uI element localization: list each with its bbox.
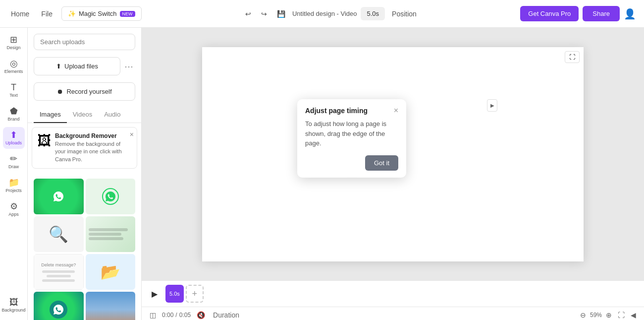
zoom-percent: 59% [590,312,602,319]
position-button[interactable]: Position [389,7,420,21]
more-options-button[interactable]: ⋯ [122,61,135,72]
bottom-status: ◫ 0:00 / 0:05 🔇 Duration ⊖ 59% ⊕ ⛶ ◀ [142,307,644,320]
sidebar-label-apps: Apps [8,212,19,217]
background-icon: 🖼 [9,298,18,307]
topbar: Home File ✨ Magic Switch NEW ↩ ↪ 💾 Untit… [0,0,644,28]
sidebar-label-projects: Projects [5,188,22,193]
sidebar-item-design[interactable]: ⊞ Design [3,32,25,54]
topbar-center: ↩ ↪ 💾 Untitled design - Video 5.0s Posit… [148,7,515,21]
canvas-controls: ⛶ [565,51,580,63]
sidebar-label-design: Design [6,45,20,50]
record-yourself-button[interactable]: ⏺ Record yourself [34,82,135,101]
sidebar-item-elements[interactable]: ◎ Elements [3,56,25,77]
get-pro-button[interactable]: Get Canva Pro [520,6,579,21]
list-item[interactable]: 📂 [86,254,136,290]
timing-modal: Adjust page timing × To adjust how long … [297,99,406,178]
undo-button[interactable]: ↩ [242,7,254,21]
record-label: Record yourself [66,88,111,95]
redo-button[interactable]: ↪ [258,7,270,21]
sidebar-item-uploads[interactable]: ⬆ Uploads [3,127,25,149]
modal-description: To adjust how long a page is shown, drag… [305,120,386,147]
time-display: 0:00 / 0:05 [162,312,191,319]
tab-images[interactable]: Images [34,107,67,123]
whatsapp-logo-icon [50,188,67,205]
sidebar-item-background[interactable]: 🖼 Background [3,294,25,316]
time-separator: / [175,312,177,319]
sidebar-item-text[interactable]: T Text [3,79,25,101]
topbar-right: Get Canva Pro Share 👤 [520,6,636,21]
magic-switch-button[interactable]: ✨ Magic Switch NEW [61,6,142,21]
timeline-track: 5.0s + [165,285,638,303]
tabs-row: Images Videos Audio [28,107,141,123]
time-current: 0:00 [162,312,173,319]
sidebar-label-uploads: Uploads [5,140,22,145]
sidebar-item-brand[interactable]: ⬟ Brand [3,103,25,125]
settings-timeline-button[interactable]: ◀ [629,309,638,320]
record-icon: ⏺ [57,88,63,95]
sidebar-item-projects[interactable]: 📁 Projects [3,175,25,196]
mute-button[interactable]: 🔇 [195,309,207,320]
list-item[interactable] [34,292,84,320]
upload-icon: ⬆ [56,63,61,70]
tab-videos[interactable]: Videos [67,107,99,123]
zoom-in-button[interactable]: ⊕ [604,309,614,320]
got-it-button[interactable]: Got it [365,155,398,171]
modal-header: Adjust page timing × [297,99,406,115]
promo-description: Remove the background of your image in o… [55,140,132,163]
tab-audio[interactable]: Audio [98,107,126,123]
home-button[interactable]: Home [8,7,32,21]
avatar[interactable]: 👤 [624,8,636,20]
whatsapp-chat-icon [50,301,67,319]
fullscreen-button[interactable]: ⛶ [565,51,580,63]
fullscreen-timeline-button[interactable]: ⛶ [616,309,627,320]
topbar-left: Home File ✨ Magic Switch NEW [8,6,142,21]
sidebar-label-text: Text [9,93,18,98]
duration-chip[interactable]: 5.0s [361,7,385,20]
panel-content: 🔍 Delete message? 📂 [28,173,141,320]
modal-close-button[interactable]: × [394,106,398,115]
status-bar-left: ◫ 0:00 / 0:05 🔇 Duration [148,309,241,320]
list-item[interactable]: 🔍 [34,216,84,252]
segment-label: 5.0s [169,291,180,297]
promo-close-button[interactable]: × [130,130,134,138]
promo-banner: 🖼 Background Remover Remove the backgrou… [32,127,137,169]
sidebar-item-apps[interactable]: ⚙ Apps [3,198,25,220]
search-input[interactable] [34,34,135,50]
text-icon: T [11,83,16,92]
whatsapp-transparent-icon [102,188,119,205]
list-item[interactable] [86,179,136,214]
magic-switch-badge: NEW [120,11,135,17]
hide-pages-button[interactable]: ▶ [487,99,497,112]
bottom-bar: ▶ 5.0s + ◫ 0:00 / 0:05 🔇 Duration ⊖ 59% … [142,280,644,320]
design-title: Untitled design - Video [292,10,357,17]
track-segment[interactable]: 5.0s [165,285,184,303]
upload-files-label: Upload files [64,63,98,70]
apps-icon: ⚙ [10,202,18,211]
brand-icon: ⬟ [10,107,18,116]
sidebar-item-draw[interactable]: ✏ Draw [3,151,25,173]
time-total: 0:05 [179,312,191,319]
add-page-button[interactable]: + [186,285,204,303]
file-button[interactable]: File [38,7,55,21]
list-item[interactable] [86,216,136,252]
sidebar-label-elements: Elements [4,69,23,74]
list-item[interactable] [86,292,136,320]
play-button[interactable]: ▶ [148,287,161,301]
hide-pages-timeline-button[interactable]: ◫ [148,309,158,320]
promo-title: Background Remover [55,132,132,139]
modal-body: To adjust how long a page is shown, drag… [297,115,406,155]
share-button[interactable]: Share [583,6,620,21]
zoom-controls: ⊖ 59% ⊕ ⛶ ◀ [578,309,638,320]
list-item[interactable] [34,179,84,214]
projects-icon: 📁 [8,178,19,187]
sidebar-label-draw: Draw [8,164,19,169]
save-button[interactable]: 💾 [274,7,288,21]
upload-files-button[interactable]: ⬆ Upload files [34,57,120,75]
duration-button[interactable]: Duration [211,309,241,320]
sidebar-label-brand: Brand [7,117,19,122]
list-item[interactable]: Delete message? [34,254,84,290]
draw-icon: ✏ [10,154,17,163]
zoom-out-button[interactable]: ⊖ [578,309,588,320]
hide-pages-panel: ▶ [487,99,497,114]
modal-title: Adjust page timing [305,107,368,115]
